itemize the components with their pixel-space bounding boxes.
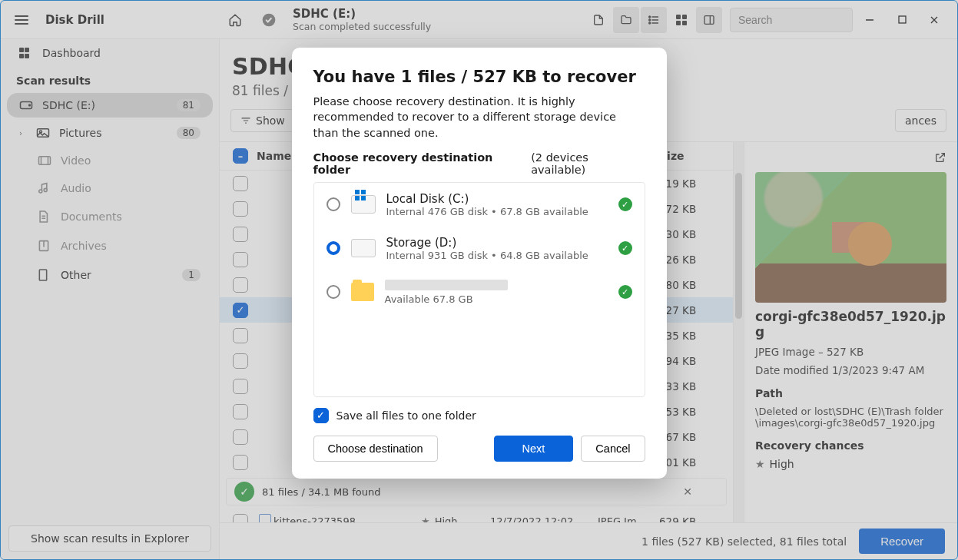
destination-radio[interactable]	[327, 241, 340, 255]
destination-item[interactable]: Storage (D:) Internal 931 GB disk • 64.8…	[314, 227, 645, 270]
save-all-checkbox[interactable]: ✓	[313, 408, 329, 423]
destination-sub: Available 67.8 GB	[385, 293, 608, 305]
check-icon: ✓	[618, 197, 632, 211]
drive-icon	[351, 239, 376, 257]
devices-count: (2 devices available)	[531, 151, 645, 176]
destination-name: Local Disk (C:)	[386, 192, 608, 206]
destination-item[interactable]: Local Disk (C:) Internal 476 GB disk • 6…	[314, 183, 645, 227]
destination-name: Storage (D:)	[386, 236, 608, 250]
choose-destination-button[interactable]: Choose destination	[313, 436, 438, 462]
modal-overlay: You have 1 files / 527 KB to recover Ple…	[0, 0, 958, 560]
modal-description: Please choose recovery destination. It i…	[313, 94, 645, 141]
cancel-button[interactable]: Cancel	[581, 436, 645, 462]
destination-radio[interactable]	[327, 197, 340, 211]
destination-sub: Internal 476 GB disk • 67.8 GB available	[386, 206, 608, 217]
recovery-modal: You have 1 files / 527 KB to recover Ple…	[292, 48, 667, 479]
check-icon: ✓	[618, 285, 632, 299]
destination-radio[interactable]	[327, 285, 340, 299]
folder-icon	[351, 283, 374, 301]
destination-list: Local Disk (C:) Internal 476 GB disk • 6…	[313, 182, 645, 397]
save-all-label: Save all files to one folder	[336, 409, 476, 422]
destination-sub: Internal 931 GB disk • 64.8 GB available	[386, 250, 608, 261]
next-button[interactable]: Next	[494, 436, 574, 462]
drive-icon	[351, 195, 376, 214]
redacted-path	[385, 280, 508, 290]
check-icon: ✓	[618, 241, 632, 255]
dest-folder-label: Choose recovery destination folder	[313, 151, 532, 176]
modal-title: You have 1 files / 527 KB to recover	[313, 68, 645, 86]
destination-item[interactable]: Available 67.8 GB ✓	[314, 270, 645, 314]
